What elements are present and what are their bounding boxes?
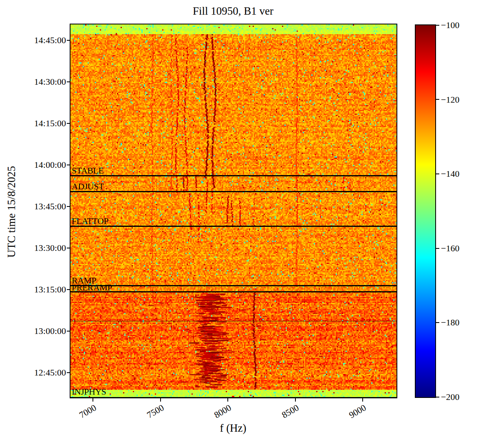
y-tick-label: 14:00:00	[15, 160, 66, 170]
phase-line-unlabeled	[70, 321, 396, 321]
y-tick-mark	[67, 206, 70, 207]
phase-line-preramp	[70, 291, 396, 292]
phase-label-stable: STABLE	[72, 166, 104, 175]
colorbar-tick-mark	[436, 25, 439, 26]
y-tick-label: 14:30:00	[15, 77, 66, 87]
x-tick-label: 9000	[327, 402, 368, 432]
phase-label-preramp: PRERAMP	[72, 283, 112, 292]
colorbar-tick-mark	[436, 397, 439, 397]
spectrogram-figure: Fill 10950, B1 ver UTC time 15/8/2025 f …	[0, 0, 489, 448]
x-tick-label: 8500	[260, 402, 301, 432]
y-tick-label: 13:15:00	[15, 285, 66, 294]
y-tick-label: 12:45:00	[15, 368, 66, 378]
spectrogram-canvas	[70, 24, 396, 397]
colorbar-tick-label: −100	[441, 20, 478, 31]
colorbar-tick-label: −180	[441, 317, 478, 328]
x-tick-mark	[362, 398, 363, 402]
x-tick-mark	[93, 398, 93, 402]
x-tick-mark	[160, 398, 161, 402]
colorbar-tick-label: −120	[441, 94, 478, 105]
colorbar-tick-mark	[436, 248, 439, 249]
y-tick-label: 14:15:00	[15, 119, 66, 128]
colorbar-gradient	[416, 25, 435, 397]
y-tick-label: 14:45:00	[15, 35, 66, 45]
page-title: Fill 10950, B1 ver	[111, 5, 355, 18]
phase-line-adjust	[70, 191, 396, 192]
phase-label-flattop: FLATTOP	[72, 217, 108, 226]
y-tick-mark	[67, 331, 70, 332]
x-tick-mark	[295, 398, 296, 402]
x-tick-label: 7500	[125, 402, 166, 432]
phase-line-ramp	[70, 285, 396, 286]
y-tick-mark	[67, 165, 70, 165]
y-tick-label: 13:00:00	[15, 326, 66, 336]
colorbar-tick-label: −140	[441, 169, 478, 179]
y-tick-label: 13:30:00	[15, 243, 66, 253]
phase-line-flattop	[70, 226, 396, 227]
colorbar-tick-label: −200	[441, 392, 478, 402]
y-tick-label: 13:45:00	[15, 202, 66, 211]
colorbar-tick-mark	[436, 173, 439, 174]
phase-label-injphys: INJPHYS	[72, 387, 106, 396]
x-tick-label: 7000	[57, 402, 98, 432]
y-tick-mark	[67, 372, 70, 373]
y-tick-mark	[67, 248, 70, 248]
y-axis-label: UTC time 15/8/2025	[5, 130, 19, 293]
y-tick-mark	[67, 81, 70, 82]
x-tick-mark	[227, 398, 228, 402]
colorbar	[415, 24, 436, 398]
colorbar-tick-label: −160	[441, 243, 478, 254]
y-tick-mark	[67, 40, 70, 41]
phase-line-stable	[70, 175, 396, 176]
colorbar-tick-mark	[436, 99, 439, 100]
phase-label-adjust: ADJUST	[72, 182, 104, 191]
y-tick-mark	[67, 123, 70, 124]
colorbar-tick-mark	[436, 322, 439, 323]
y-tick-mark	[67, 289, 70, 290]
